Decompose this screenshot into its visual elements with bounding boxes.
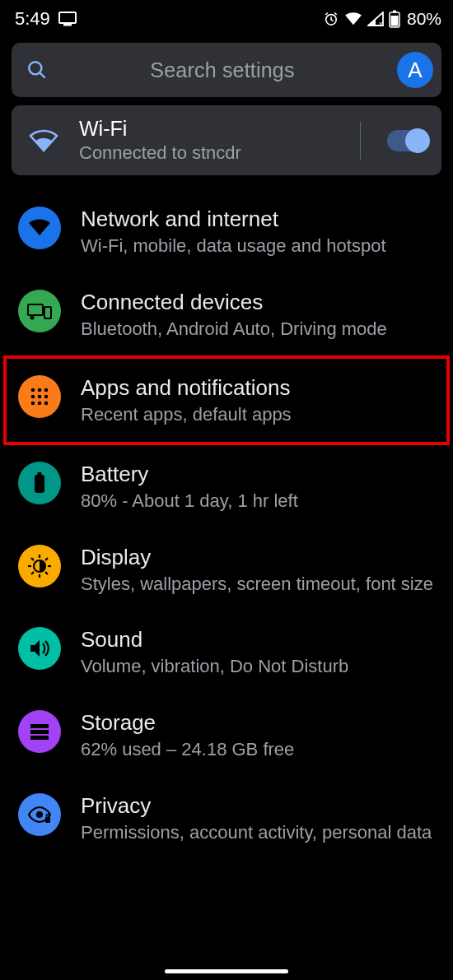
signal-icon: x: [367, 12, 384, 26]
search-icon: [26, 59, 48, 81]
storage-icon: [18, 710, 61, 753]
item-title: Storage: [81, 710, 435, 736]
svg-rect-0: [59, 12, 76, 23]
wifi-icon: [18, 207, 61, 249]
svg-rect-9: [28, 304, 43, 315]
vertical-divider: [360, 122, 361, 160]
svg-line-8: [40, 73, 45, 78]
svg-rect-34: [30, 736, 49, 740]
item-connected-devices[interactable]: Connected devices Bluetooth, Android Aut…: [0, 273, 453, 356]
wifi-toggle[interactable]: [387, 130, 428, 151]
screen-cast-icon: [58, 12, 77, 26]
item-title: Connected devices: [81, 290, 435, 315]
svg-point-7: [29, 62, 41, 74]
display-icon: [18, 545, 61, 588]
wifi-quick-card[interactable]: Wi-Fi Connected to stncdr: [12, 105, 441, 175]
wifi-status-icon: [344, 12, 362, 26]
search-placeholder: Search settings: [48, 58, 397, 82]
svg-point-16: [38, 395, 42, 399]
svg-point-12: [31, 388, 35, 392]
svg-point-18: [31, 402, 35, 406]
svg-rect-6: [390, 16, 398, 26]
battery-percent: 80%: [407, 9, 441, 29]
devices-icon: [18, 290, 61, 332]
item-title: Privacy: [81, 793, 435, 819]
item-title: Apps and notifications: [81, 375, 435, 401]
search-bar[interactable]: Search settings A: [12, 43, 441, 97]
item-title: Battery: [81, 462, 435, 487]
svg-rect-32: [30, 724, 49, 728]
sound-icon: [18, 627, 61, 670]
item-network[interactable]: Network and internet Wi-Fi, mobile, data…: [0, 190, 453, 273]
avatar-letter: A: [408, 58, 422, 83]
status-left: 5:49: [15, 8, 77, 30]
item-subtitle: 80% - About 1 day, 1 hr left: [81, 489, 435, 513]
svg-rect-21: [35, 475, 44, 493]
item-subtitle: Volume, vibration, Do Not Disturb: [81, 654, 435, 679]
item-sound[interactable]: Sound Volume, vibration, Do Not Disturb: [0, 611, 453, 694]
svg-point-20: [44, 402, 49, 406]
item-subtitle: Wi-Fi, mobile, data usage and hotspot: [81, 234, 435, 258]
svg-line-30: [31, 572, 34, 574]
alarm-icon: [323, 11, 339, 27]
settings-list: Network and internet Wi-Fi, mobile, data…: [0, 190, 453, 860]
item-subtitle: Recent apps, default apps: [81, 402, 435, 427]
item-title: Sound: [81, 627, 435, 653]
item-title: Network and internet: [81, 207, 435, 232]
item-battery[interactable]: Battery 80% - About 1 day, 1 hr left: [0, 445, 453, 528]
svg-rect-10: [44, 307, 51, 318]
svg-line-29: [45, 572, 48, 574]
svg-rect-36: [45, 817, 50, 823]
svg-point-11: [30, 315, 35, 319]
svg-line-28: [31, 558, 34, 560]
wifi-icon: [25, 129, 63, 152]
svg-rect-5: [393, 11, 396, 13]
status-bar: 5:49 x 80%: [0, 0, 453, 35]
svg-point-35: [36, 811, 43, 818]
svg-text:x: x: [379, 20, 383, 26]
svg-rect-1: [63, 24, 72, 26]
status-right: x 80%: [323, 9, 441, 29]
wifi-text: Wi-Fi Connected to stncdr: [79, 117, 340, 164]
privacy-icon: [18, 793, 61, 836]
item-subtitle: 62% used – 24.18 GB free: [81, 737, 435, 762]
battery-icon: [18, 462, 61, 504]
svg-point-15: [31, 395, 35, 399]
item-privacy[interactable]: Privacy Permissions, account activity, p…: [0, 777, 453, 860]
clock: 5:49: [15, 8, 50, 30]
svg-point-19: [38, 402, 42, 406]
svg-point-17: [44, 395, 49, 399]
nav-indicator[interactable]: [165, 969, 288, 973]
svg-rect-33: [30, 730, 49, 734]
svg-rect-22: [38, 472, 42, 476]
item-subtitle: Bluetooth, Android Auto, Driving mode: [81, 317, 435, 341]
item-subtitle: Permissions, account activity, personal …: [81, 820, 435, 845]
apps-icon: [18, 375, 61, 418]
wifi-title: Wi-Fi: [79, 117, 340, 141]
svg-line-31: [45, 558, 48, 560]
item-storage[interactable]: Storage 62% used – 24.18 GB free: [0, 694, 453, 777]
wifi-subtitle: Connected to stncdr: [79, 142, 340, 164]
item-display[interactable]: Display Styles, wallpapers, screen timeo…: [0, 528, 453, 611]
item-subtitle: Styles, wallpapers, screen timeout, font…: [81, 572, 435, 597]
item-title: Display: [81, 545, 435, 570]
battery-icon: [389, 10, 400, 28]
item-apps-notifications[interactable]: Apps and notifications Recent apps, defa…: [5, 357, 448, 444]
svg-point-13: [38, 388, 42, 392]
svg-point-14: [44, 388, 49, 392]
profile-avatar[interactable]: A: [397, 52, 433, 88]
